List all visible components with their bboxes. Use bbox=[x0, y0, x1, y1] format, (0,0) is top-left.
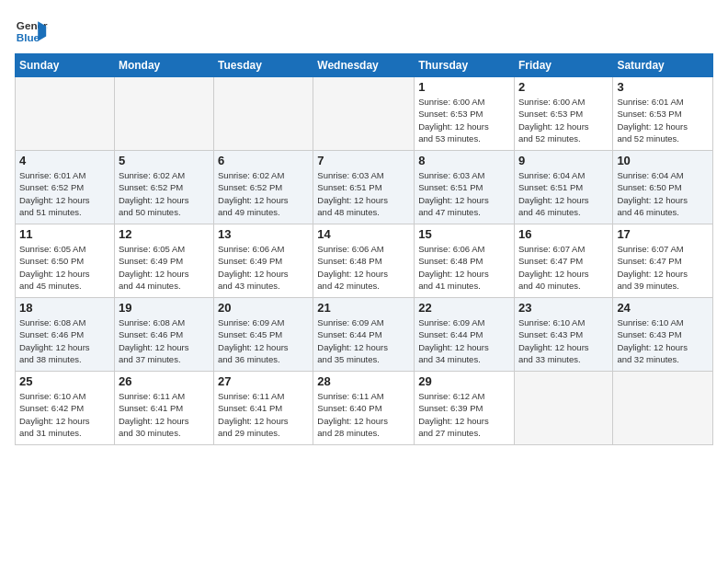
day-number: 16 bbox=[518, 227, 609, 241]
calendar-day-header: Sunday bbox=[16, 54, 115, 77]
calendar-cell: 5Sunrise: 6:02 AMSunset: 6:52 PMDaylight… bbox=[114, 151, 213, 224]
day-info: Sunrise: 6:01 AMSunset: 6:52 PMDaylight:… bbox=[19, 169, 110, 218]
calendar-day-header: Wednesday bbox=[313, 54, 415, 77]
day-info: Sunrise: 6:02 AMSunset: 6:52 PMDaylight:… bbox=[218, 169, 309, 218]
day-number: 5 bbox=[119, 154, 210, 167]
calendar-cell: 23Sunrise: 6:10 AMSunset: 6:43 PMDayligh… bbox=[514, 298, 612, 372]
calendar-cell: 15Sunrise: 6:06 AMSunset: 6:48 PMDayligh… bbox=[415, 224, 515, 298]
day-info: Sunrise: 6:07 AMSunset: 6:47 PMDaylight:… bbox=[617, 243, 709, 292]
day-number: 8 bbox=[418, 154, 510, 167]
calendar-cell bbox=[16, 77, 115, 151]
calendar-cell: 24Sunrise: 6:10 AMSunset: 6:43 PMDayligh… bbox=[613, 298, 713, 372]
day-info: Sunrise: 6:00 AMSunset: 6:53 PMDaylight:… bbox=[518, 96, 609, 144]
calendar-cell: 10Sunrise: 6:04 AMSunset: 6:50 PMDayligh… bbox=[613, 151, 713, 224]
calendar-cell: 4Sunrise: 6:01 AMSunset: 6:52 PMDaylight… bbox=[16, 151, 115, 224]
calendar-body: 1Sunrise: 6:00 AMSunset: 6:53 PMDaylight… bbox=[16, 77, 713, 445]
calendar-cell: 13Sunrise: 6:06 AMSunset: 6:49 PMDayligh… bbox=[214, 224, 313, 298]
day-number: 13 bbox=[218, 227, 309, 241]
day-number: 25 bbox=[19, 374, 110, 388]
day-number: 20 bbox=[218, 301, 309, 315]
day-number: 19 bbox=[119, 301, 210, 315]
day-number: 29 bbox=[418, 374, 510, 388]
calendar-cell: 8Sunrise: 6:03 AMSunset: 6:51 PMDaylight… bbox=[415, 151, 515, 224]
calendar-cell: 1Sunrise: 6:00 AMSunset: 6:53 PMDaylight… bbox=[415, 77, 515, 151]
calendar-cell: 6Sunrise: 6:02 AMSunset: 6:52 PMDaylight… bbox=[214, 151, 313, 224]
svg-text:Blue: Blue bbox=[17, 31, 40, 43]
day-number: 2 bbox=[518, 80, 609, 94]
day-info: Sunrise: 6:11 AMSunset: 6:40 PMDaylight:… bbox=[317, 390, 410, 439]
calendar-cell bbox=[613, 372, 713, 445]
calendar-cell: 26Sunrise: 6:11 AMSunset: 6:41 PMDayligh… bbox=[114, 372, 213, 445]
day-info: Sunrise: 6:09 AMSunset: 6:44 PMDaylight:… bbox=[418, 316, 510, 365]
calendar-cell: 16Sunrise: 6:07 AMSunset: 6:47 PMDayligh… bbox=[514, 224, 612, 298]
day-number: 11 bbox=[19, 227, 110, 241]
page-container: General Blue SundayMondayTuesdayWednesda… bbox=[0, 0, 728, 453]
day-info: Sunrise: 6:01 AMSunset: 6:53 PMDaylight:… bbox=[617, 96, 709, 144]
calendar-cell bbox=[114, 77, 213, 151]
day-number: 3 bbox=[617, 80, 709, 94]
day-number: 23 bbox=[518, 301, 609, 315]
day-number: 17 bbox=[617, 227, 709, 241]
day-info: Sunrise: 6:10 AMSunset: 6:42 PMDaylight:… bbox=[19, 390, 110, 439]
calendar-day-header: Friday bbox=[514, 54, 612, 77]
logo-icon: General Blue bbox=[15, 15, 48, 48]
calendar-cell: 14Sunrise: 6:06 AMSunset: 6:48 PMDayligh… bbox=[313, 224, 415, 298]
day-number: 24 bbox=[617, 301, 709, 315]
calendar-cell: 12Sunrise: 6:05 AMSunset: 6:49 PMDayligh… bbox=[114, 224, 213, 298]
calendar-cell: 25Sunrise: 6:10 AMSunset: 6:42 PMDayligh… bbox=[16, 372, 115, 445]
day-number: 10 bbox=[617, 154, 709, 167]
day-info: Sunrise: 6:05 AMSunset: 6:49 PMDaylight:… bbox=[119, 243, 210, 292]
calendar-week-row: 25Sunrise: 6:10 AMSunset: 6:42 PMDayligh… bbox=[16, 372, 713, 445]
day-number: 14 bbox=[317, 227, 410, 241]
day-number: 27 bbox=[218, 374, 309, 388]
day-number: 15 bbox=[418, 227, 510, 241]
calendar-cell bbox=[214, 77, 313, 151]
calendar-header-row: SundayMondayTuesdayWednesdayThursdayFrid… bbox=[16, 54, 713, 77]
calendar-cell: 28Sunrise: 6:11 AMSunset: 6:40 PMDayligh… bbox=[313, 372, 415, 445]
day-info: Sunrise: 6:06 AMSunset: 6:49 PMDaylight:… bbox=[218, 243, 309, 292]
calendar-cell: 29Sunrise: 6:12 AMSunset: 6:39 PMDayligh… bbox=[415, 372, 515, 445]
calendar-week-row: 18Sunrise: 6:08 AMSunset: 6:46 PMDayligh… bbox=[16, 298, 713, 372]
day-info: Sunrise: 6:11 AMSunset: 6:41 PMDaylight:… bbox=[218, 390, 309, 439]
day-info: Sunrise: 6:09 AMSunset: 6:45 PMDaylight:… bbox=[218, 316, 309, 365]
header: General Blue bbox=[15, 15, 713, 48]
day-info: Sunrise: 6:04 AMSunset: 6:51 PMDaylight:… bbox=[518, 169, 609, 218]
calendar-week-row: 4Sunrise: 6:01 AMSunset: 6:52 PMDaylight… bbox=[16, 151, 713, 224]
calendar-cell: 18Sunrise: 6:08 AMSunset: 6:46 PMDayligh… bbox=[16, 298, 115, 372]
calendar-cell: 3Sunrise: 6:01 AMSunset: 6:53 PMDaylight… bbox=[613, 77, 713, 151]
calendar-week-row: 1Sunrise: 6:00 AMSunset: 6:53 PMDaylight… bbox=[16, 77, 713, 151]
day-number: 18 bbox=[19, 301, 110, 315]
calendar-cell bbox=[514, 372, 612, 445]
day-number: 12 bbox=[119, 227, 210, 241]
day-number: 26 bbox=[119, 374, 210, 388]
calendar-cell: 9Sunrise: 6:04 AMSunset: 6:51 PMDaylight… bbox=[514, 151, 612, 224]
calendar-cell: 22Sunrise: 6:09 AMSunset: 6:44 PMDayligh… bbox=[415, 298, 515, 372]
day-info: Sunrise: 6:12 AMSunset: 6:39 PMDaylight:… bbox=[418, 390, 510, 439]
day-number: 7 bbox=[317, 154, 410, 167]
day-info: Sunrise: 6:03 AMSunset: 6:51 PMDaylight:… bbox=[418, 169, 510, 218]
calendar-cell: 7Sunrise: 6:03 AMSunset: 6:51 PMDaylight… bbox=[313, 151, 415, 224]
day-info: Sunrise: 6:05 AMSunset: 6:50 PMDaylight:… bbox=[19, 243, 110, 292]
calendar-day-header: Thursday bbox=[415, 54, 515, 77]
day-info: Sunrise: 6:06 AMSunset: 6:48 PMDaylight:… bbox=[418, 243, 510, 292]
day-number: 21 bbox=[317, 301, 410, 315]
day-info: Sunrise: 6:03 AMSunset: 6:51 PMDaylight:… bbox=[317, 169, 410, 218]
calendar-cell: 20Sunrise: 6:09 AMSunset: 6:45 PMDayligh… bbox=[214, 298, 313, 372]
day-number: 9 bbox=[518, 154, 609, 167]
calendar-day-header: Saturday bbox=[613, 54, 713, 77]
day-number: 1 bbox=[418, 80, 510, 94]
calendar-cell: 11Sunrise: 6:05 AMSunset: 6:50 PMDayligh… bbox=[16, 224, 115, 298]
day-info: Sunrise: 6:06 AMSunset: 6:48 PMDaylight:… bbox=[317, 243, 410, 292]
day-number: 22 bbox=[418, 301, 510, 315]
day-info: Sunrise: 6:11 AMSunset: 6:41 PMDaylight:… bbox=[119, 390, 210, 439]
day-number: 28 bbox=[317, 374, 410, 388]
day-info: Sunrise: 6:08 AMSunset: 6:46 PMDaylight:… bbox=[19, 316, 110, 365]
calendar-cell: 2Sunrise: 6:00 AMSunset: 6:53 PMDaylight… bbox=[514, 77, 612, 151]
day-info: Sunrise: 6:04 AMSunset: 6:50 PMDaylight:… bbox=[617, 169, 709, 218]
logo: General Blue bbox=[15, 15, 48, 48]
calendar-week-row: 11Sunrise: 6:05 AMSunset: 6:50 PMDayligh… bbox=[16, 224, 713, 298]
calendar-cell: 19Sunrise: 6:08 AMSunset: 6:46 PMDayligh… bbox=[114, 298, 213, 372]
day-info: Sunrise: 6:09 AMSunset: 6:44 PMDaylight:… bbox=[317, 316, 410, 365]
calendar-cell: 21Sunrise: 6:09 AMSunset: 6:44 PMDayligh… bbox=[313, 298, 415, 372]
calendar-day-header: Monday bbox=[114, 54, 213, 77]
